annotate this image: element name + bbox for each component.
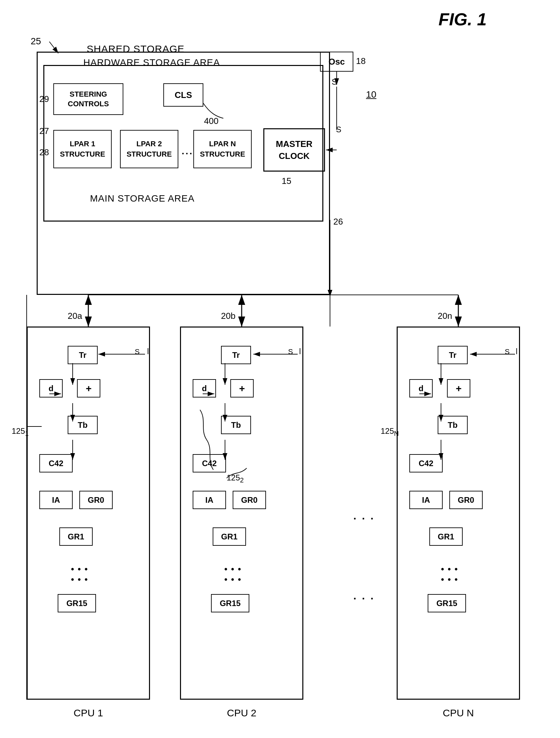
tr-box-cpu1: Tr (68, 346, 98, 364)
s-cpu1: S (135, 348, 140, 356)
s-label-master: S (336, 125, 341, 134)
tr-box-cpu2: Tr (221, 346, 251, 364)
gr15-box-cpu2: GR15 (211, 594, 249, 613)
hw-storage-area-label: HARDWARE STORAGE AREA (83, 57, 220, 68)
cpun-box: 20n S CPU N Tr d + Tb C42 IA GR0 GR1 • •… (397, 327, 520, 700)
d-box-cpu1: d (39, 379, 63, 397)
lparn-box: LPAR NSTRUCTURE (193, 130, 252, 168)
lpar-dots: ... (182, 146, 193, 156)
ref-29: 29 (39, 94, 49, 104)
ref-25: 25 (31, 36, 41, 47)
cpu2-box: 20b S CPU 2 Tr d + Tb C42 IA GR0 GR1 • •… (180, 327, 303, 700)
lpar2-box: LPAR 2STRUCTURE (120, 130, 178, 168)
ia-box-cpu2: IA (193, 491, 226, 509)
ia-box-cpu1: IA (39, 491, 73, 509)
ref-20b: 20b (221, 311, 235, 321)
ref-26: 26 (333, 217, 343, 227)
tb-box-cpu2: Tb (221, 416, 251, 434)
cpun-inner-dots: • • •• • • (441, 564, 458, 585)
cpu1-label: CPU 1 (28, 707, 149, 719)
ref-400: 400 (204, 116, 218, 126)
cpu2-inner-dots: • • •• • • (224, 564, 242, 585)
cpu-row-dots2: . . . (353, 590, 375, 602)
gr1-box-cpun: GR1 (429, 527, 463, 546)
tr-box-cpun: Tr (438, 346, 468, 364)
plus-box-cpu2: + (230, 379, 254, 397)
gr0-box-cpu1: GR0 (79, 491, 113, 509)
s-cpun: S (505, 348, 510, 356)
ref-27: 27 (39, 126, 49, 136)
cpu-row-dots: . . . (353, 510, 375, 522)
ref-125-1: 1251 (12, 426, 29, 437)
gr1-box-cpu2: GR1 (213, 527, 246, 546)
cpu1-box: 20a S CPU 1 Tr d + Tb C42 IA GR0 GR1 • •… (27, 327, 150, 700)
ref-10: 10 (366, 89, 376, 100)
diagram: FIG. 1 25 SHARED STORAGE 18 10 Osc S S H… (0, 0, 560, 738)
ref-18: 18 (356, 56, 366, 66)
gr0-box-cpun: GR0 (449, 491, 483, 509)
cpu2-label: CPU 2 (181, 707, 302, 719)
c42-box-cpun: C42 (409, 454, 443, 472)
gr1-box-cpu1: GR1 (59, 527, 93, 546)
master-clock-box: MASTERCLOCK (263, 128, 325, 171)
ref-28: 28 (39, 147, 49, 157)
main-storage-area-label: MAIN STORAGE AREA (90, 193, 195, 204)
gr15-box-cpun: GR15 (428, 594, 466, 613)
ia-box-cpun: IA (409, 491, 443, 509)
lpar1-box: LPAR 1STRUCTURE (53, 130, 112, 168)
plus-box-cpun: + (447, 379, 470, 397)
ref-125-n: 125N (381, 426, 399, 437)
d-box-cpun: d (409, 379, 433, 397)
cpun-label: CPU N (398, 707, 519, 719)
steering-controls-box: STEERINGCONTROLS (53, 83, 123, 115)
figure-title: FIG. 1 (439, 9, 487, 29)
tb-box-cpu1: Tb (68, 416, 98, 434)
cpu1-inner-dots: • • •• • • (71, 564, 88, 585)
ref-20a: 20a (68, 311, 82, 321)
c42-box-cpu1: C42 (39, 454, 73, 472)
gr0-box-cpu2: GR0 (233, 491, 266, 509)
d-box-cpu2: d (193, 379, 216, 397)
cls-box: CLS (163, 83, 203, 107)
tb-box-cpun: Tb (438, 416, 468, 434)
s-cpu2: S (288, 348, 293, 356)
s-label-osc: S (332, 77, 337, 87)
gr15-box-cpu1: GR15 (58, 594, 96, 613)
plus-box-cpu1: + (77, 379, 100, 397)
c42-box-cpu2: C42 (193, 454, 226, 472)
ref-20n: 20n (438, 311, 452, 321)
ref-15: 15 (282, 176, 291, 186)
